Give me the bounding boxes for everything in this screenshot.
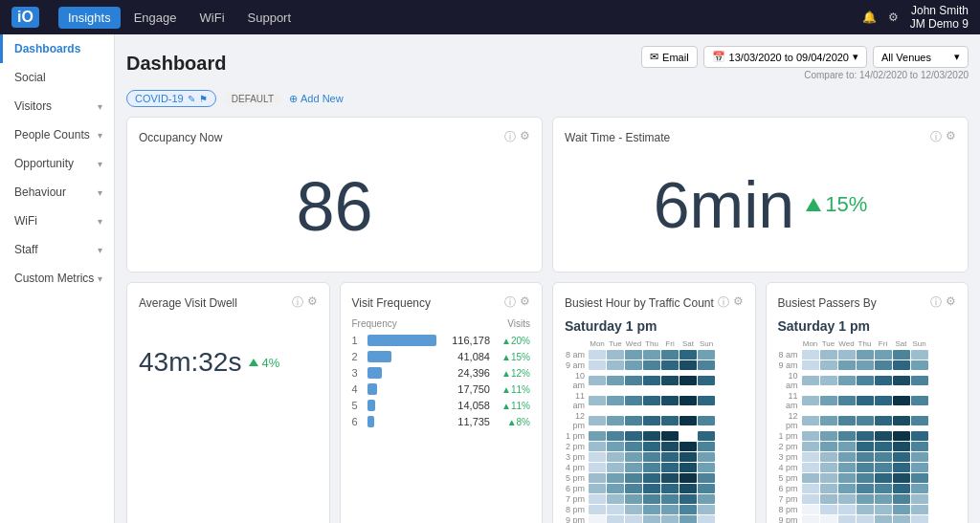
sidebar-item-visitors[interactable]: Visitors ▾ [0,92,114,120]
freq-change: ▲11% [496,384,530,395]
heatmap-cell [679,494,697,504]
info-icon[interactable]: ⓘ [718,294,729,311]
heatmap-cell [661,484,679,493]
nav-insights[interactable]: Insights [58,7,121,29]
nav-engage[interactable]: Engage [124,7,187,29]
sidebar-item-social[interactable]: Social [0,63,114,92]
heatmap-cell [802,350,819,360]
heatmap-cell [698,431,715,441]
sidebar-item-people-counts[interactable]: People Counts ▾ [0,120,114,149]
heatmap-cell [875,505,892,514]
heatmap-cell [802,494,819,504]
settings-icon[interactable]: ⚙ [946,294,956,311]
covid-tag[interactable]: COVID-19 ✎ ⚑ [126,90,216,107]
heatmap-cell [679,505,697,514]
sidebar-item-custom-metrics[interactable]: Custom Metrics ▾ [0,264,114,293]
heatmap-cell [679,463,697,472]
heatmap-hour-label: 2 pm [565,442,588,451]
nav-support[interactable]: Support [238,7,301,29]
freq-bar [368,400,376,411]
avg-dwell-card: Average Visit Dwell ⓘ ⚙ 43m:32s 4% [126,282,330,523]
sidebar-item-behaviour[interactable]: Behaviour ▾ [0,178,114,207]
freq-number: 2 [352,351,362,362]
heatmap-cell [875,376,892,385]
freq-table-row: 6 11,735 ▲8% [352,416,531,427]
heatmap-cell [875,442,892,451]
card-actions: ⓘ ⚙ [504,294,530,311]
sidebar-label-staff: Staff [14,243,37,256]
heatmap-cell [820,416,837,425]
heatmap-cell [679,452,697,462]
controls-top-row: ✉ Email 📅 13/03/2020 to 09/04/2020 ▾ All… [641,46,969,68]
heatmap-cell [893,494,910,504]
email-button[interactable]: ✉ Email [641,46,698,68]
main-layout: Dashboards Social Visitors ▾ People Coun… [0,34,980,523]
heatmap-cell [698,494,715,504]
heatmap-cell [643,396,660,405]
info-icon[interactable]: ⓘ [292,294,303,311]
heatmap-hour-label: 8 am [778,350,801,360]
chevron-down-icon: ▾ [98,101,102,112]
heatmap-cell [820,360,837,370]
sidebar-item-opportunity[interactable]: Opportunity ▾ [0,149,114,178]
heatmap-cell [893,473,910,483]
info-icon[interactable]: ⓘ [930,129,942,145]
heatmap-header-row: MonTueWedThuFriSatSun [778,339,957,348]
freq-table-row: 1 116,178 ▲20% [352,335,531,346]
heatmap-cell [838,376,856,385]
settings-icon[interactable]: ⚙ [307,294,318,311]
sidebar-item-wifi[interactable]: WiFi ▾ [0,207,114,235]
freq-change: ▲15% [496,352,530,362]
sidebar-label-visitors: Visitors [14,99,52,113]
sidebar-item-dashboards[interactable]: Dashboards [0,34,114,63]
heatmap-data-row: 4 pm [778,463,957,472]
heatmap-day-label: Wed [838,339,856,348]
freq-bar-container [368,416,437,427]
heatmap-cell [802,463,819,472]
sidebar-label-opportunity: Opportunity [14,157,74,170]
busiest-traffic-title: Busiest Hour by Traffic Count [565,296,714,310]
bottom-cards-grid: Average Visit Dwell ⓘ ⚙ 43m:32s 4% [126,282,969,523]
passers-heatmap: MonTueWedThuFriSatSun8 am9 am10 am11 am1… [778,339,957,523]
info-icon[interactable]: ⓘ [504,129,516,145]
wait-time-title: Wait Time - Estimate [565,131,670,144]
heatmap-hour-label: 2 pm [778,442,801,451]
heatmap-cell [820,376,837,385]
gear-icon[interactable]: ⚙ [888,11,899,24]
heatmap-cell [893,515,910,523]
chevron-down-icon: ▾ [98,273,102,284]
venue-select[interactable]: All Venues ▾ [873,46,969,68]
settings-icon[interactable]: ⚙ [520,129,530,145]
heatmap-cell [802,515,819,523]
info-icon[interactable]: ⓘ [504,294,516,311]
freq-bar [368,416,374,427]
heatmap-cell [625,473,642,483]
sidebar-item-staff[interactable]: Staff ▾ [0,235,114,264]
heatmap-cell [698,350,715,360]
card-header: Busiest Passers By ⓘ ⚙ [778,294,957,311]
freq-number: 4 [352,383,362,395]
freq-number: 5 [352,400,362,411]
heatmap-cell [625,494,642,504]
heatmap-hour-label: 8 pm [565,505,588,514]
wait-time-trend: 15% [806,192,867,217]
logo[interactable]: iO [11,7,39,28]
settings-icon[interactable]: ⚙ [520,294,530,311]
bell-icon[interactable]: 🔔 [862,11,877,24]
add-new-button[interactable]: ⊕ Add New [289,93,344,105]
heatmap-hour-label: 9 am [565,360,588,370]
heatmap-cell [893,376,910,385]
settings-icon[interactable]: ⚙ [733,294,744,311]
heatmap-cell [589,515,606,523]
nav-wifi[interactable]: WiFi [190,7,234,29]
heatmap-cell [875,473,892,483]
heatmap-cell [911,360,928,370]
heatmap-cell [875,463,892,472]
settings-icon[interactable]: ⚙ [946,129,956,145]
edit-icon[interactable]: ✎ [188,94,195,104]
heatmap-cell [838,484,856,493]
topnav-right: 🔔 ⚙ John Smith JM Demo 9 [862,4,969,31]
date-range-select[interactable]: 📅 13/03/2020 to 09/04/2020 ▾ [703,46,867,68]
info-icon[interactable]: ⓘ [930,294,942,311]
heatmap-cell [838,494,856,504]
